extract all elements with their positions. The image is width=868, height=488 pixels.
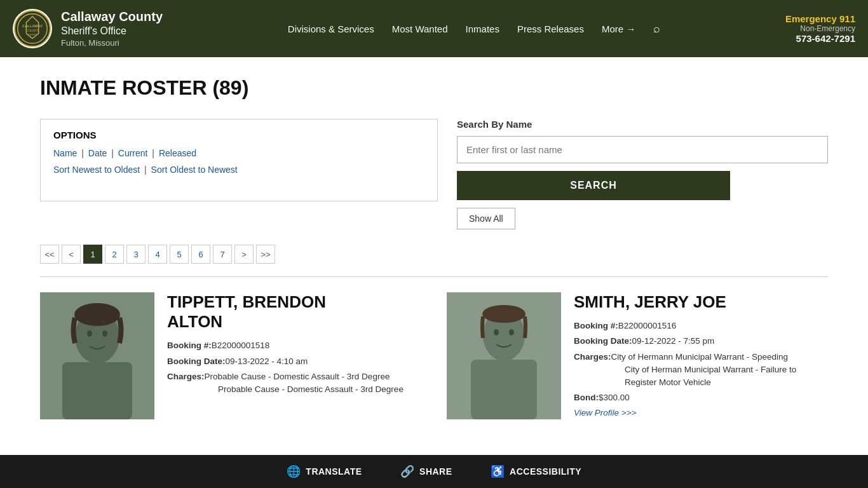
sort-released-link[interactable]: Released (159, 148, 196, 158)
svg-rect-14 (471, 360, 537, 419)
sep3: | (152, 148, 154, 158)
inmate-booking-num-1: Booking #:B22000001518 (167, 339, 421, 352)
booking-num-label-1: Booking #: (167, 341, 212, 350)
page-6[interactable]: 6 (191, 245, 210, 264)
inmate-card-1: TIPPETT, BRENDONALTON Booking #:B2200000… (40, 292, 421, 419)
svg-text:CALLAWAY: CALLAWAY (22, 24, 43, 28)
page-5[interactable]: 5 (170, 245, 189, 264)
charges-label-1: Charges: (167, 372, 205, 381)
page-last[interactable]: >> (256, 245, 275, 264)
show-all-button[interactable]: Show All (457, 208, 515, 229)
inmate-booking-num-2: Booking #:B22000001516 (574, 320, 828, 332)
charges-label-2: Charges: (574, 352, 611, 362)
options-search-row: OPTIONS Name | Date | Current | Released… (40, 119, 828, 229)
page-prev[interactable]: < (62, 245, 81, 264)
emergency-number: 911 (839, 13, 855, 24)
site-header: CALLAWAY COUNTY SHERIFF Callaway County … (0, 0, 868, 57)
bond-label-2: Bond: (574, 393, 599, 402)
svg-point-17 (482, 305, 526, 323)
inmate-info-2: SMITH, JERRY JOE Booking #:B22000001516 … (574, 292, 828, 419)
inmate-name-2: SMITH, JERRY JOE (574, 292, 828, 312)
page-3[interactable]: 3 (126, 245, 146, 264)
inmate-photo-2 (447, 292, 561, 419)
view-profile-anchor-2[interactable]: View Profile >>> (574, 408, 636, 417)
org-title-block: Callaway County Sheriff's Office Fulton,… (61, 8, 163, 49)
inmate-photo-1 (40, 292, 154, 419)
pagination: << < 1 2 3 4 5 6 7 > >> (40, 245, 828, 264)
inmate-card-2: SMITH, JERRY JOE Booking #:B22000001516 … (447, 292, 828, 419)
org-name: Callaway County (61, 8, 163, 25)
non-emergency-label: Non-Emergency (785, 24, 855, 33)
svg-point-11 (74, 303, 120, 326)
page-1[interactable]: 1 (83, 245, 102, 264)
sep4: | (144, 165, 147, 175)
svg-point-9 (87, 330, 92, 337)
svg-text:COUNTY: COUNTY (26, 29, 39, 32)
charge-item-1b: Probable Cause - Domestic Assault - 3rd … (218, 383, 421, 396)
inmate-name-1: TIPPETT, BRENDONALTON (167, 292, 421, 332)
main-nav: Divisions & Services Most Wanted Inmates… (288, 22, 660, 36)
charge-item-2b: City of Herman Municipal Warrant - Failu… (625, 363, 828, 390)
divider (40, 276, 828, 277)
view-profile-link-2[interactable]: View Profile >>> (574, 407, 828, 417)
sort-oldest-link[interactable]: Sort Oldest to Newest (151, 165, 238, 175)
booking-num-label-2: Booking #: (574, 321, 618, 330)
org-logo: CALLAWAY COUNTY SHERIFF (13, 9, 52, 48)
inmate-info-1: TIPPETT, BRENDONALTON Booking #:B2200000… (167, 292, 421, 419)
nav-more[interactable]: More → (602, 24, 635, 34)
page-7[interactable]: 7 (213, 245, 232, 264)
non-emergency-phone: 573-642-7291 (785, 33, 855, 44)
booking-date-label-2: Booking Date: (574, 336, 632, 346)
inmate-charges-2: Charges:City of Hermann Municipal Warran… (574, 351, 828, 390)
main-content: INMATE ROSTER (89) OPTIONS Name | Date |… (15, 57, 853, 432)
search-label: Search By Name (457, 119, 828, 130)
nav-most-wanted[interactable]: Most Wanted (392, 24, 448, 34)
search-button[interactable]: SEARCH (457, 171, 730, 200)
sep2: | (111, 148, 114, 158)
arrow-icon: → (626, 24, 635, 34)
svg-point-10 (102, 330, 107, 337)
inmate-row: TIPPETT, BRENDONALTON Booking #:B2200000… (40, 292, 828, 419)
search-box: Search By Name SEARCH Show All (457, 119, 828, 229)
booking-date-label-1: Booking Date: (167, 356, 226, 366)
header-search-button[interactable]: ⌕ (653, 22, 660, 36)
org-subtitle: Sheriff's Office (61, 25, 163, 38)
header-left: CALLAWAY COUNTY SHERIFF Callaway County … (13, 8, 163, 49)
inmate-bond-2: Bond:$300.00 (574, 391, 828, 404)
page-next[interactable]: > (234, 245, 254, 264)
nav-inmates[interactable]: Inmates (466, 24, 499, 34)
page-2[interactable]: 2 (105, 245, 124, 264)
sort-name-link[interactable]: Name (53, 148, 77, 158)
inmate-booking-date-1: Booking Date:09-13-2022 - 4:10 am (167, 355, 421, 368)
inmate-booking-date-2: Booking Date:09-12-2022 - 7:55 pm (574, 335, 828, 348)
options-links: Name | Date | Current | Released (53, 148, 424, 158)
options-title: OPTIONS (53, 130, 424, 140)
sort-newest-link[interactable]: Sort Newest to Oldest (53, 165, 140, 175)
sep1: | (81, 148, 84, 158)
svg-text:SHERIFF: SHERIFF (27, 34, 38, 36)
svg-rect-8 (62, 362, 132, 419)
page-4[interactable]: 4 (148, 245, 167, 264)
search-input[interactable] (457, 136, 828, 163)
inmate-charges-1: Charges:Probable Cause - Domestic Assaul… (167, 370, 421, 396)
nav-divisions[interactable]: Divisions & Services (288, 24, 374, 34)
options-box: OPTIONS Name | Date | Current | Released… (40, 119, 438, 201)
sort-links: Sort Newest to Oldest | Sort Oldest to N… (53, 165, 424, 175)
sort-current-link[interactable]: Current (118, 148, 148, 158)
nav-press-releases[interactable]: Press Releases (517, 24, 584, 34)
emergency-info: Emergency 911 Non-Emergency 573-642-7291 (785, 13, 855, 44)
emergency-label: Emergency 911 (785, 13, 855, 24)
sort-date-link[interactable]: Date (88, 148, 107, 158)
svg-point-15 (494, 329, 499, 336)
page-title: INMATE ROSTER (89) (40, 76, 828, 100)
page-first[interactable]: << (40, 245, 59, 264)
svg-point-16 (509, 329, 514, 336)
org-location: Fulton, Missouri (61, 38, 163, 49)
